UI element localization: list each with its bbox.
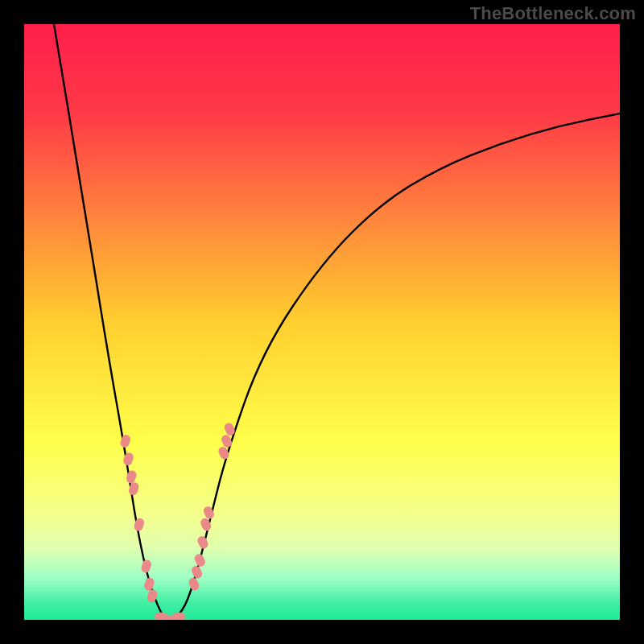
data-marker	[190, 564, 204, 580]
data-marker	[133, 517, 145, 532]
data-marker	[217, 445, 231, 460]
data-marker	[220, 433, 233, 448]
data-markers	[119, 422, 236, 620]
data-marker	[119, 434, 131, 449]
data-marker	[122, 452, 134, 467]
bottleneck-curve	[24, 24, 620, 620]
data-marker	[143, 576, 155, 592]
data-marker	[140, 559, 152, 574]
data-marker	[188, 576, 201, 592]
watermark-text: TheBottleneck.com	[470, 3, 636, 24]
chart-frame: TheBottleneck.com	[0, 0, 644, 644]
data-marker	[172, 613, 185, 620]
data-marker	[125, 469, 137, 485]
data-marker	[196, 535, 210, 550]
plot-area	[24, 24, 620, 620]
data-marker	[193, 552, 207, 568]
